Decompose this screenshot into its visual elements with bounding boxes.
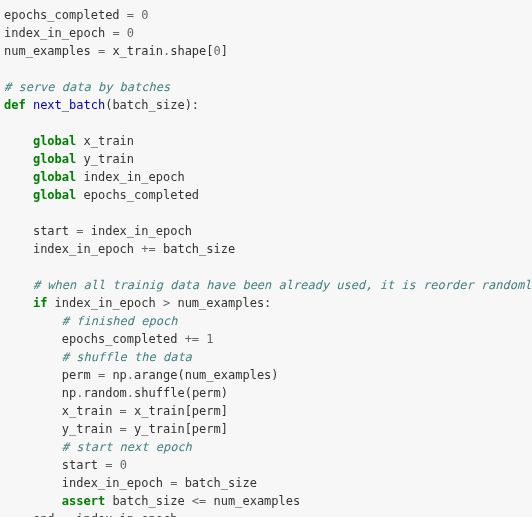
code-line: index_in_epoch = batch_size — [4, 476, 257, 490]
code-line: # start next epoch — [4, 440, 192, 454]
code-line: if index_in_epoch > num_examples: — [4, 296, 271, 310]
code-line: index_in_epoch = 0 — [4, 26, 134, 40]
code-line: # shuffle the data — [4, 350, 192, 364]
code-line: global x_train — [4, 134, 134, 148]
code-line: assert batch_size <= num_examples — [4, 494, 300, 508]
code-line: y_train = y_train[perm] — [4, 422, 228, 436]
code-line: def next_batch(batch_size): — [4, 98, 199, 112]
code-line: index_in_epoch += batch_size — [4, 242, 235, 256]
code-line: end = index_in_epoch — [4, 512, 177, 517]
code-line: num_examples = x_train.shape[0] — [4, 44, 228, 58]
code-line: x_train = x_train[perm] — [4, 404, 228, 418]
code-line: start = 0 — [4, 458, 127, 472]
code-line: global index_in_epoch — [4, 170, 185, 184]
code-line: global epochs_completed — [4, 188, 199, 202]
code-line: perm = np.arange(num_examples) — [4, 368, 279, 382]
code-line: start = index_in_epoch — [4, 224, 192, 238]
code-line: global y_train — [4, 152, 134, 166]
code-line: epochs_completed += 1 — [4, 332, 214, 346]
code-line: # when all trainig data have been alread… — [4, 278, 532, 292]
code-line: epochs_completed = 0 — [4, 8, 149, 22]
code-line: # serve data by batches — [4, 80, 170, 94]
code-block: epochs_completed = 0 index_in_epoch = 0 … — [0, 0, 532, 517]
code-line: np.random.shuffle(perm) — [4, 386, 228, 400]
code-line: # finished epoch — [4, 314, 177, 328]
